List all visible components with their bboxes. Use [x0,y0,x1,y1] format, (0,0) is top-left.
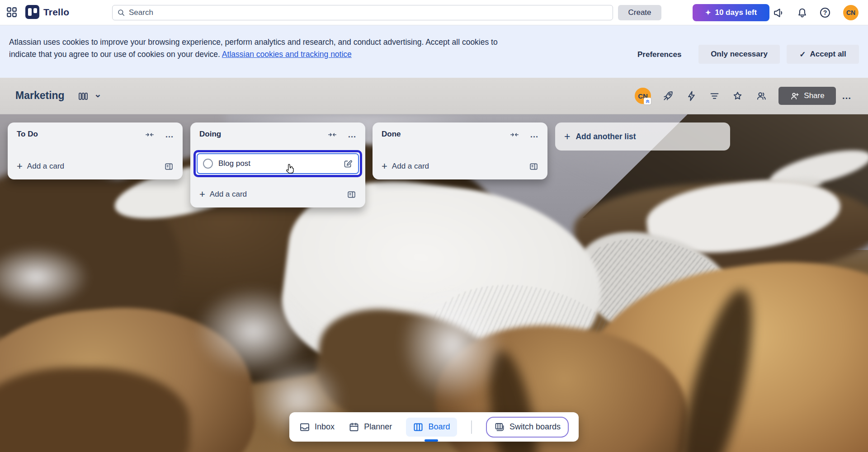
list-title[interactable]: Doing [199,130,221,139]
share-label: Share [804,91,824,100]
star-button[interactable] [730,89,745,103]
chevron-down-icon[interactable]: ⌄ [94,89,102,99]
card-template-icon [347,190,356,199]
list-menu-button[interactable]: … [528,128,541,141]
app-switcher-button[interactable] [5,5,19,20]
add-card-label: Add a card [210,190,342,199]
board-header: Marketing ⌄ CN [0,78,868,114]
app-grid-icon [6,6,18,19]
card-template-icon [164,162,174,171]
visibility-button[interactable] [754,89,769,103]
switch-boards-icon [494,422,505,433]
megaphone-icon [773,7,784,19]
cookie-text-line2: indicate that you agree to our use of co… [9,50,222,59]
trial-days-left-button[interactable]: ✦ 10 days left [693,4,769,21]
plus-icon: + [382,161,387,171]
switch-boards-button[interactable]: Switch boards [486,417,569,438]
nav-divider [471,420,472,434]
notifications-button[interactable] [795,5,809,20]
edit-card-icon[interactable] [343,159,353,169]
lightning-icon [686,90,697,102]
search-input[interactable] [129,5,613,20]
top-bar: Trello Create ✦ 10 days left ? CN [0,0,868,25]
collapse-list-button[interactable] [143,128,156,141]
preferences-button[interactable]: Preferences [633,46,686,64]
announcements-button[interactable] [771,5,786,20]
board-icon [413,422,424,433]
list-to-do: To Do … + Add a card [8,122,183,179]
help-icon: ? [820,8,830,18]
create-button[interactable]: Create [618,5,661,20]
board-title[interactable]: Marketing [15,89,65,102]
card-template-icon [529,162,538,171]
list-done: Done … + Add a card [373,122,547,179]
add-card-button[interactable]: + Add a card [13,158,177,175]
filter-icon [709,90,720,102]
check-icon: ✓ [799,50,806,59]
plus-icon: + [17,161,23,171]
help-button[interactable]: ? [818,5,832,20]
trello-logo-icon [25,5,39,19]
board-label: Board [428,422,450,432]
inbox-label: Inbox [315,422,335,432]
add-card-button[interactable]: + Add a card [196,186,360,203]
trello-app: Trello Create ✦ 10 days left ? CN [0,0,868,452]
add-card-label: Add a card [27,162,160,171]
nav-inbox[interactable]: Inbox [299,422,335,433]
people-icon [755,90,767,102]
nav-board-active[interactable]: Board [406,418,457,437]
only-necessary-label: Only necessary [711,50,768,59]
sparkle-icon: ✦ [705,9,711,17]
inbox-icon [299,422,310,433]
plus-icon: + [564,131,570,143]
power-ups-button[interactable] [661,89,675,103]
cookie-banner: Atlassian uses cookies to improve your b… [0,25,868,78]
card-complete-checkbox[interactable] [203,159,213,169]
plus-icon: + [199,189,205,199]
only-necessary-button[interactable]: Only necessary [698,45,780,64]
board-view-switcher-button[interactable] [78,91,91,102]
collapse-icon [145,130,155,140]
planner-label: Planner [364,422,392,432]
user-avatar[interactable]: CN [843,5,859,20]
switch-boards-label: Switch boards [509,422,561,432]
trial-label: 10 days left [715,8,757,17]
star-icon [732,90,743,102]
share-button[interactable]: Share [778,87,836,105]
board-menu-button[interactable]: … [840,89,854,103]
collapse-list-button[interactable] [508,128,521,141]
bottom-nav: Inbox Planner Board Switch boards [289,412,579,442]
accept-all-label: Accept all [810,50,846,59]
premium-badge-icon [644,98,651,104]
collapse-icon [509,130,519,140]
list-menu-button[interactable]: … [163,128,176,141]
search-icon [117,9,125,17]
bell-icon [797,7,808,19]
add-card-label: Add a card [392,162,524,171]
trello-logo[interactable]: Trello [25,5,69,19]
list-menu-button[interactable]: … [345,128,359,141]
person-plus-icon [790,91,800,101]
trello-logo-label: Trello [43,7,69,18]
filter-button[interactable] [707,89,722,103]
card-title: Blog post [218,159,338,168]
nav-planner[interactable]: Planner [349,422,392,433]
board-canvas: To Do … + Add a card Doing … [0,114,868,452]
card-blog-post[interactable]: Blog post [197,153,359,174]
rocket-icon [662,90,674,102]
cookie-tracking-notice-link[interactable]: Atlassian cookies and tracking notice [222,50,352,59]
cookie-banner-text: Atlassian uses cookies to improve your b… [9,36,498,61]
add-card-button[interactable]: + Add a card [378,158,542,175]
board-view-icon [78,91,89,102]
accept-all-button[interactable]: ✓ Accept all [787,45,859,64]
list-title[interactable]: Done [382,130,401,139]
selected-card-outline: Blog post [193,150,362,177]
cookie-text-line1: Atlassian uses cookies to improve your b… [9,38,498,47]
list-title[interactable]: To Do [17,130,38,139]
collapse-list-button[interactable] [326,128,339,141]
search-bar[interactable] [112,5,613,20]
add-another-list-button[interactable]: + Add another list [555,122,730,151]
add-another-list-label: Add another list [576,132,636,141]
collapse-icon [327,130,337,140]
automation-button[interactable] [684,89,698,103]
